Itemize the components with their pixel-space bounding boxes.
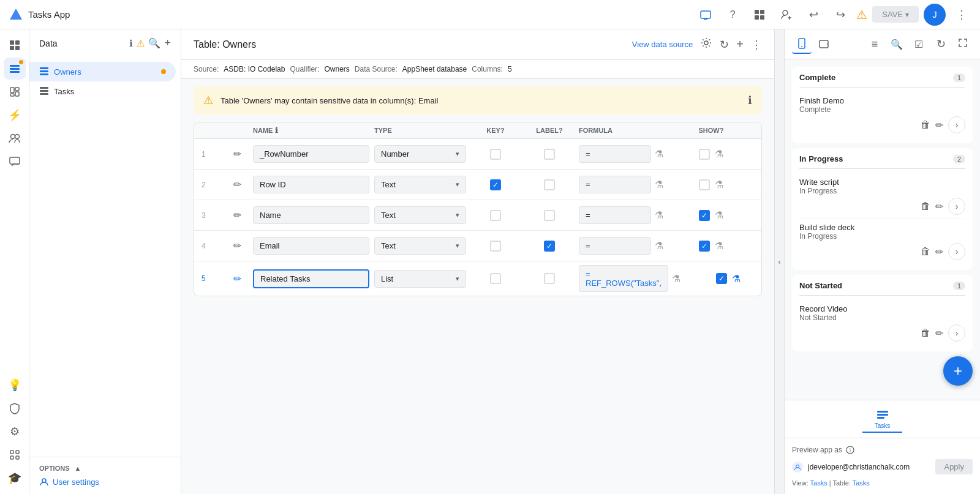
- type-dropdown-icon: ▾: [456, 181, 459, 189]
- more-icon-btn[interactable]: ⋮: [951, 4, 973, 26]
- delete-task-btn[interactable]: 🗑: [921, 116, 930, 133]
- row-3-flask-icon[interactable]: ⚗: [655, 209, 663, 221]
- row-5-flask-icon[interactable]: ⚗: [672, 273, 680, 285]
- phone-view-btn[interactable]: [792, 34, 812, 54]
- edit-task-btn[interactable]: ✏: [935, 324, 943, 342]
- row-4-show-cb[interactable]: ✓: [699, 241, 710, 252]
- edit-task-btn[interactable]: ✏: [935, 116, 943, 133]
- row-3-key-cb[interactable]: [471, 210, 520, 221]
- row-4-flask-icon[interactable]: ⚗: [655, 240, 663, 252]
- sidebar-header: Data ℹ ⚠ 🔍 +: [29, 29, 181, 57]
- refresh-btn[interactable]: ↻: [720, 38, 729, 51]
- row-5-show-flask-icon[interactable]: ⚗: [732, 273, 741, 285]
- row-1-show-cb[interactable]: [699, 149, 710, 160]
- row-2-label-cb[interactable]: [525, 179, 574, 190]
- nav-home-btn[interactable]: [4, 34, 26, 56]
- row-5-key-cb[interactable]: [471, 273, 520, 284]
- sidebar-item-tasks[interactable]: Tasks: [29, 81, 181, 101]
- more-options-btn[interactable]: ⋮: [751, 38, 762, 51]
- expand-preview-btn[interactable]: [953, 34, 973, 54]
- avatar-btn[interactable]: J: [924, 4, 946, 26]
- row-3-edit-btn[interactable]: ✏: [226, 209, 248, 221]
- undo-btn[interactable]: ↩: [802, 4, 824, 26]
- row-2-edit-btn[interactable]: ✏: [226, 179, 248, 190]
- row-4-label-cb[interactable]: ✓: [525, 241, 574, 252]
- row-2-key-cb[interactable]: ✓: [471, 179, 520, 190]
- preview-icon-btn[interactable]: [695, 4, 717, 26]
- bottom-nav-tasks[interactable]: Tasks: [862, 405, 903, 433]
- save-button[interactable]: SAVE ▾: [872, 6, 919, 23]
- table-link[interactable]: Tasks: [853, 479, 870, 487]
- row-5-edit-btn[interactable]: ✏: [226, 273, 248, 285]
- view-data-source-link[interactable]: View data source: [632, 40, 693, 49]
- row-2-flask-icon[interactable]: ⚗: [655, 179, 663, 190]
- sidebar-user-settings[interactable]: User settings: [39, 477, 171, 487]
- edit-task-btn[interactable]: ✏: [935, 243, 943, 260]
- sidebar-item-tasks-label: Tasks: [54, 87, 171, 96]
- row-3-show-cb[interactable]: ✓: [699, 210, 710, 221]
- delete-task-btn[interactable]: 🗑: [921, 324, 930, 342]
- refresh-preview-btn[interactable]: ↻: [931, 34, 951, 54]
- svg-rect-5: [755, 15, 759, 20]
- apply-button[interactable]: Apply: [935, 459, 973, 474]
- row-1-flask-icon[interactable]: ⚗: [655, 148, 663, 160]
- help-icon-btn[interactable]: ?: [722, 4, 744, 26]
- view-label: View:: [792, 479, 809, 487]
- sidebar-item-owners[interactable]: Owners: [29, 62, 176, 81]
- select-all-btn[interactable]: ☑: [909, 34, 929, 54]
- panel-collapse-handle[interactable]: ‹: [774, 29, 784, 494]
- nav-security-btn[interactable]: [4, 397, 26, 419]
- sidebar-options-label: OPTIONS: [39, 465, 70, 472]
- go-task-btn[interactable]: ›: [948, 243, 965, 260]
- row-1-key-cb[interactable]: [471, 149, 520, 160]
- nav-ideas-btn[interactable]: 💡: [4, 374, 26, 396]
- row-5-label-cb[interactable]: [525, 273, 574, 284]
- view-link[interactable]: Tasks: [810, 479, 827, 487]
- svg-rect-17: [10, 88, 14, 92]
- sidebar-add-btn[interactable]: +: [164, 37, 171, 50]
- row-5-show-cb[interactable]: ✓: [716, 273, 727, 284]
- nav-learn-btn[interactable]: 🎓: [4, 467, 26, 489]
- go-task-btn[interactable]: ›: [948, 324, 965, 342]
- row-3-type-select[interactable]: Text ▾: [374, 206, 466, 224]
- row-3-label-cb[interactable]: [525, 210, 574, 221]
- delete-task-btn[interactable]: 🗑: [921, 243, 930, 260]
- row-4-edit-btn[interactable]: ✏: [226, 240, 248, 252]
- go-task-btn[interactable]: ›: [948, 116, 965, 133]
- sidebar-warning-icon: ⚠: [137, 38, 145, 49]
- row-1-type-select[interactable]: Number ▾: [374, 145, 466, 163]
- nav-integrations-btn[interactable]: [4, 444, 26, 466]
- fab-add-btn[interactable]: +: [943, 356, 973, 386]
- nav-chat-btn[interactable]: [4, 151, 26, 173]
- row-1-formula: = ⚗: [579, 145, 663, 163]
- row-1-edit-btn[interactable]: ✏: [226, 148, 248, 160]
- row-2-show-flask-icon[interactable]: ⚗: [715, 179, 723, 190]
- nav-settings-btn[interactable]: ⚙: [4, 421, 26, 443]
- row-4-key-cb[interactable]: [471, 241, 520, 252]
- add-person-icon-btn[interactable]: [775, 4, 797, 26]
- nav-views-btn[interactable]: [4, 81, 26, 103]
- row-1-show-flask-icon[interactable]: ⚗: [715, 148, 723, 160]
- nav-users-btn[interactable]: [4, 127, 26, 149]
- tablet-view-btn[interactable]: [814, 34, 834, 54]
- svg-rect-18: [15, 88, 19, 91]
- sidebar-search-btn[interactable]: 🔍: [148, 37, 160, 49]
- table-settings-btn[interactable]: [700, 37, 712, 52]
- row-5-type-select[interactable]: List ▾: [374, 270, 466, 288]
- grid-icon-btn[interactable]: [748, 4, 771, 26]
- delete-task-btn[interactable]: 🗑: [921, 198, 930, 215]
- edit-task-btn[interactable]: ✏: [935, 198, 943, 215]
- nav-automations-btn[interactable]: ⚡: [4, 104, 26, 126]
- redo-btn[interactable]: ↪: [829, 4, 851, 26]
- row-2-type-select[interactable]: Text ▾: [374, 176, 466, 193]
- nav-data-btn[interactable]: [4, 58, 26, 80]
- row-1-label-cb[interactable]: [525, 149, 574, 160]
- row-2-show-cb[interactable]: [699, 179, 710, 190]
- row-3-show-flask-icon[interactable]: ⚗: [715, 209, 723, 221]
- filter-btn[interactable]: ≡: [865, 34, 884, 54]
- row-4-type-select[interactable]: Text ▾: [374, 237, 466, 255]
- row-4-show-flask-icon[interactable]: ⚗: [715, 240, 723, 252]
- search-preview-btn[interactable]: 🔍: [887, 34, 907, 54]
- add-column-btn[interactable]: +: [736, 37, 744, 51]
- go-task-btn[interactable]: ›: [948, 198, 965, 215]
